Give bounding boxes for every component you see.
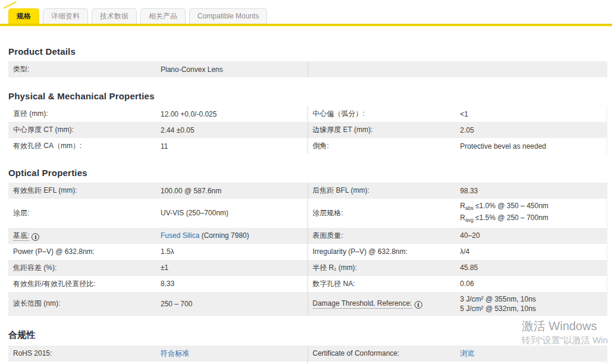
spec-value: 2.05 [460,125,607,135]
info-icon[interactable]: i [415,301,422,309]
spec-value: 符合标准 [161,349,307,358]
tab-details[interactable]: 详细资料 [43,8,88,24]
section-title: Product Details [8,46,607,57]
value-link[interactable]: 符合标准 [161,349,189,357]
tab-related-products[interactable]: 相关产品 [140,8,186,24]
spec-value: 250 – 700 [161,299,307,309]
spec-value: UV-VIS (250–700nm) [161,208,307,218]
spec-label: 有效焦距/有效孔径直径比: [13,279,161,289]
section-physical-mechanical: Physical & Mechanical Properties直径 (mm):… [8,91,607,154]
info-icon[interactable]: i [32,233,39,241]
spec-cell: 有效孔径 CA（mm）:11 [8,138,307,154]
spec-value: 45.85 [460,263,607,272]
spec-cell: 后焦距 BFL (mm):98.33 [307,183,607,199]
section-title: Physical & Mechanical Properties [8,91,607,101]
spec-cell: 有效焦距/有效孔径直径比:8.33 [8,276,307,292]
spec-value: 0.06 [460,279,607,288]
spec-value: λ/4 [460,247,607,256]
spec-value: ±1 [161,263,307,272]
spec-cell: RoHS 2015:符合标准 [8,346,307,362]
section-product-details: Product Details类型:Plano-Convex Lens [8,46,607,77]
spec-row: 类型:Plano-Convex Lens [8,61,607,77]
spec-row: 有效孔径 CA（mm）:11倒角:Protective bevel as nee… [8,138,607,154]
spec-label: 表面质量: [313,231,460,241]
spec-label: 波长范围 (nm): [13,299,161,309]
spec-cell: 波长范围 (nm):250 – 700 [8,292,307,316]
spec-value: Rabs ≤1.0% @ 350 – 450nmRavg ≤1.5% @ 250… [460,201,607,225]
spec-value: 11 [161,142,307,151]
spec-label: Damage Threshold, Reference:i [313,299,460,309]
tab-bar: 规格详细资料技术数据相关产品Compatible Mounts [0,0,612,24]
value-text: R [460,214,466,222]
spec-cell: 倒角:Protective bevel as needed [307,138,607,154]
value-text: 5 J/cm² @ 532nm, 10ns [460,305,536,313]
spec-row: 直径 (mm):12.00 +0.0/-0.025中心偏（弧分）:<1 [8,106,607,122]
spec-label: RoHS 2015: [13,349,161,357]
spec-row: 有效焦距/有效孔径直径比:8.33数字孔径 NA:0.06 [8,276,607,292]
value-text: 2.05 [460,126,474,134]
value-text: 12.00 +0.0/-0.025 [161,110,216,118]
spec-label: 数字孔径 NA: [313,279,460,289]
spec-cell: 涂层规格:Rabs ≤1.0% @ 350 – 450nmRavg ≤1.5% … [307,199,607,228]
section-optical: Optical Properties有效焦距 EFL (mm):100.00 @… [8,168,607,316]
spec-label: 倒角: [313,141,460,151]
spec-value: 12.00 +0.0/-0.025 [161,109,307,119]
value-text: 3 J/cm² @ 355nm, 10ns [460,295,536,303]
tab-compatible-mounts[interactable]: Compatible Mounts [189,8,267,24]
spec-cell: Certificate of Conformance:浏览 [307,346,607,362]
spec-row: 中心厚度 CT (mm):2.44 ±0.05边缘厚度 ET (mm):2.05 [8,122,607,138]
subscript-text: avg [465,218,473,224]
spec-label: 有效焦距 EFL (mm): [13,186,161,196]
section-title: 合规性 [8,330,607,341]
spec-label: 中心厚度 CT (mm): [13,125,161,135]
value-text: 0.06 [460,280,474,288]
spec-cell: 有效焦距 EFL (mm):100.00 @ 587.6nm [8,183,307,199]
spec-row: Reach 235:符合标准 [8,362,607,364]
spec-cell-empty [307,61,607,77]
value-text: UV-VIS (250–700nm) [161,209,228,217]
spec-row: 涂层:UV-VIS (250–700nm)涂层规格:Rabs ≤1.0% @ 3… [8,199,607,228]
spec-cell: 焦距容差 (%):±1 [8,260,307,276]
value-text: R [460,202,466,210]
spec-row: RoHS 2015:符合标准Certificate of Conformance… [8,346,607,362]
value-link[interactable]: 浏览 [460,349,475,357]
spec-label: 涂层规格: [313,208,460,218]
value-text: ±1 [161,263,168,272]
accent-underline [0,24,612,26]
spec-cell: Power (P–V) @ 632.8nm:1.5λ [8,244,307,260]
spec-cell: 表面质量:40–20 [307,228,607,244]
spec-label: 后焦距 BFL (mm): [313,186,460,196]
spec-label: 有效孔径 CA（mm）: [13,141,161,151]
spec-table: 直径 (mm):12.00 +0.0/-0.025中心偏（弧分）:<1中心厚度 … [8,106,607,154]
tab-specs[interactable]: 规格 [8,8,39,24]
spec-cell: 类型:Plano-Convex Lens [8,61,307,77]
spec-value: Plano-Convex Lens [161,65,307,74]
spec-label: 基底:i [13,231,161,241]
spec-row: Power (P–V) @ 632.8nm:1.5λIrregularity (… [8,244,607,260]
value-text: 8.33 [161,280,174,288]
spec-cell: 涂层:UV-VIS (250–700nm) [8,199,307,228]
value-text: 1.5λ [161,247,174,256]
spec-label: 类型: [13,64,161,74]
tab-technical-data[interactable]: 技术数据 [92,8,137,24]
spec-cell: 半径 R₁ (mm):45.85 [307,260,607,276]
value-text: <1 [460,110,469,118]
spec-label: 中心偏（弧分）: [313,109,460,119]
value-link[interactable]: Fused Silica [161,231,199,240]
value-text: 45.85 [460,263,478,272]
spec-label: 半径 R₁ (mm): [313,263,460,273]
section-compliance: 合规性RoHS 2015:符合标准Certificate of Conforma… [8,330,607,364]
spec-cell: Damage Threshold, Reference:i3 J/cm² @ 3… [307,292,607,316]
value-text: 100.00 @ 587.6nm [161,187,221,195]
spec-sections: Product Details类型:Plano-Convex LensPhysi… [0,46,612,364]
spec-value: 3 J/cm² @ 355nm, 10ns5 J/cm² @ 532nm, 10… [460,294,607,313]
spec-table: RoHS 2015:符合标准Certificate of Conformance… [8,346,607,364]
value-text: (Corning 7980) [199,231,249,240]
spec-label: Power (P–V) @ 632.8nm: [13,247,161,256]
spec-value: 100.00 @ 587.6nm [161,186,307,196]
spec-row: 基底:iFused Silica (Corning 7980)表面质量:40–2… [8,228,607,244]
spec-row: 有效焦距 EFL (mm):100.00 @ 587.6nm后焦距 BFL (m… [8,183,607,199]
spec-row: 焦距容差 (%):±1半径 R₁ (mm):45.85 [8,260,607,276]
spec-value: 8.33 [161,279,307,288]
spec-cell: Reach 235:符合标准 [8,362,307,364]
